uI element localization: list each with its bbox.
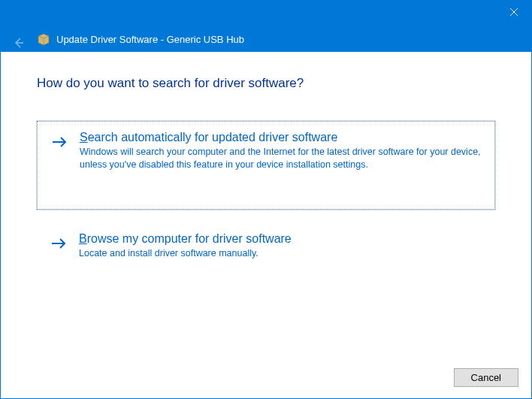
option-description: Windows will search your computer and th… — [80, 146, 482, 171]
arrow-right-icon — [50, 235, 67, 252]
option-title: Browse my computer for driver software — [79, 232, 483, 246]
titlebar: Update Driver Software - Generic USB Hub — [1, 1, 531, 52]
option-title: Search automatically for updated driver … — [80, 131, 482, 144]
page-heading: How do you want to search for driver sof… — [37, 76, 495, 91]
close-icon — [509, 8, 518, 17]
cancel-button[interactable]: Cancel — [454, 368, 518, 387]
arrow-right-icon — [51, 134, 68, 150]
option-browse-computer[interactable]: Browse my computer for driver software L… — [37, 223, 495, 269]
window-title: Update Driver Software - Generic USB Hub — [56, 34, 244, 45]
package-icon — [37, 32, 50, 46]
close-button[interactable] — [497, 1, 531, 23]
footer: Cancel — [454, 368, 518, 387]
content-area: How do you want to search for driver sof… — [1, 52, 531, 269]
title-row: Update Driver Software - Generic USB Hub — [37, 32, 244, 46]
back-arrow-icon — [12, 36, 26, 50]
option-search-automatically[interactable]: Search automatically for updated driver … — [37, 121, 495, 210]
option-description: Locate and install driver software manua… — [79, 247, 483, 260]
back-button — [10, 34, 28, 52]
